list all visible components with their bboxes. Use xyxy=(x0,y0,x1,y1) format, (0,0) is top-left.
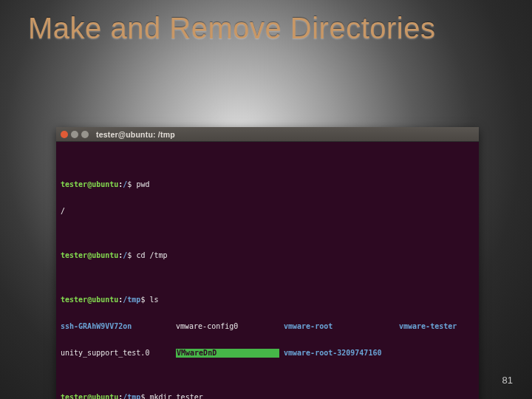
cmd-cd: cd /tmp xyxy=(136,251,167,259)
terminal-body[interactable]: tester@ubuntu:/$ pwd / tester@ubuntu:/$ … xyxy=(56,142,479,399)
slide-title: Make and Remove Directories xyxy=(0,0,532,45)
pwd-output: / xyxy=(61,207,474,216)
terminal-window: tester@ubuntu: /tmp tester@ubuntu:/$ pwd… xyxy=(56,127,479,399)
prompt-user: tester xyxy=(61,180,87,188)
prompt-line: tester@ubuntu:/tmp$ mkdir tester xyxy=(61,393,474,399)
ls-output-row: unity_support_test.0 VMwareDnD vmware-ro… xyxy=(61,349,474,358)
prompt-line: tester@ubuntu:/$ cd /tmp xyxy=(61,251,474,260)
ls-entry: VMwareDnD xyxy=(176,349,279,358)
prompt-line: tester@ubuntu:/$ pwd xyxy=(61,180,474,189)
slide: Make and Remove Directories tester@ubunt… xyxy=(0,0,532,399)
ls-entry: vmware-config0 xyxy=(176,322,279,331)
ls-entry: unity_support_test.0 xyxy=(61,349,171,358)
ls-entry: vmware-root xyxy=(284,322,395,331)
prompt-line: tester@ubuntu:/tmp$ ls xyxy=(61,296,474,304)
terminal-title: tester@ubuntu: /tmp xyxy=(96,130,175,139)
page-number: 81 xyxy=(502,375,513,386)
ls-entry: vmware-tester xyxy=(399,322,474,331)
ls-output-row: ssh-GRAhW9VV72on vmware-config0 vmware-r… xyxy=(61,322,474,331)
cmd-pwd: pwd xyxy=(136,180,149,188)
ls-entry: vmware-root-3209747160 xyxy=(284,349,395,358)
maximize-icon[interactable] xyxy=(81,131,89,138)
terminal-titlebar: tester@ubuntu: /tmp xyxy=(56,127,479,142)
prompt-symbol: $ xyxy=(127,180,132,188)
cmd-mkdir: mkdir tester xyxy=(149,393,202,399)
prompt-host: ubuntu xyxy=(92,180,118,188)
close-icon[interactable] xyxy=(61,131,68,138)
cmd-ls: ls xyxy=(149,296,158,304)
minimize-icon[interactable] xyxy=(71,131,78,138)
ls-entry: ssh-GRAhW9VV72on xyxy=(61,322,171,331)
